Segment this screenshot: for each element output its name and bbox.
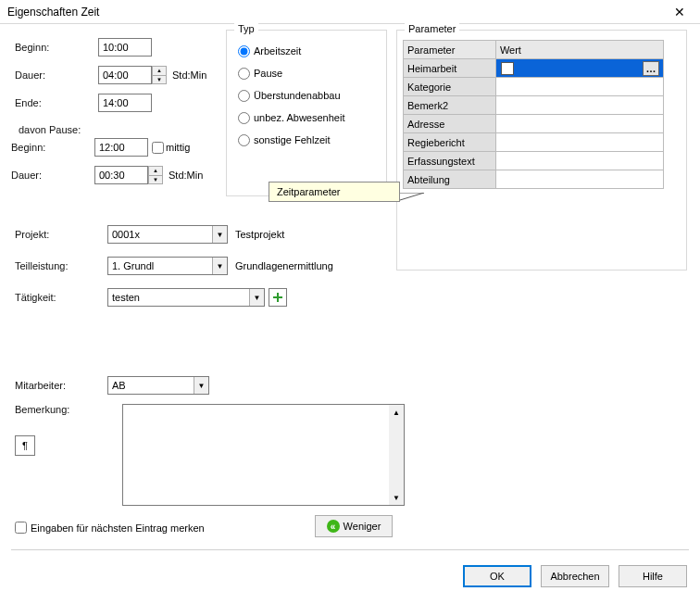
mitarbeiter-label: Mitarbeiter: — [15, 380, 107, 391]
remember-checkbox[interactable]: Eingaben für nächsten Eintrag merken — [15, 522, 205, 534]
typ-legend: Typ — [234, 23, 258, 34]
dauer-unit: Std:Min — [172, 69, 206, 81]
teilleistung-label: Teilleistung: — [15, 260, 107, 271]
hilfe-button[interactable]: Hilfe — [619, 565, 687, 587]
table-row[interactable]: Kategorie — [404, 78, 664, 96]
ende-input[interactable]: 14:00 — [98, 94, 152, 112]
pause-dauer-input[interactable]: 00:30 — [94, 166, 148, 184]
parameter-group: Parameter ParameterWert Heimarbeit … Kat… — [396, 30, 687, 271]
collapse-icon: « — [327, 520, 340, 533]
chevron-down-icon[interactable]: ▼ — [249, 289, 264, 306]
table-row[interactable]: Erfassungstext — [404, 152, 664, 170]
titlebar: Eigenschaften Zeit ✕ — [0, 0, 700, 24]
dauer-input[interactable]: 04:00 — [98, 66, 152, 84]
table-row[interactable]: Heimarbeit … — [404, 59, 664, 78]
teilleistung-text: Grundlagenermittlung — [235, 260, 333, 271]
typ-option-pause[interactable]: Pause — [227, 62, 386, 84]
typ-group: Typ Arbeitszeit Pause Überstundenabbau u… — [226, 30, 387, 196]
mitarbeiter-combo[interactable]: AB▼ — [107, 376, 209, 395]
heimarbeit-checkbox[interactable] — [501, 62, 514, 75]
pause-legend: davon Pause: — [19, 124, 81, 135]
table-row[interactable]: Bemerk2 — [404, 96, 664, 115]
pause-dauer-label: Dauer: — [11, 170, 94, 181]
col-parameter[interactable]: Parameter — [404, 41, 496, 59]
projekt-text: Testprojekt — [235, 229, 284, 240]
add-button[interactable] — [269, 288, 287, 307]
heimarbeit-more-button[interactable]: … — [643, 61, 659, 76]
window-title: Eigenschaften Zeit — [7, 6, 99, 19]
tooltip: Zeitparameter — [269, 182, 400, 202]
table-row[interactable]: Regiebericht — [404, 133, 664, 152]
ende-label: Ende: — [15, 97, 98, 108]
abbrechen-button[interactable]: Abbrechen — [541, 565, 609, 587]
close-button[interactable]: ✕ — [659, 0, 700, 24]
pause-dauer-unit: Std:Min — [169, 170, 203, 181]
separator — [11, 549, 689, 550]
beginn-label: Beginn: — [15, 42, 98, 53]
chevron-down-icon[interactable]: ▼ — [212, 258, 227, 274]
col-wert[interactable]: Wert — [495, 41, 663, 59]
projekt-combo[interactable]: 0001x▼ — [107, 225, 228, 244]
beginn-input[interactable]: 10:00 — [98, 38, 152, 57]
projekt-label: Projekt: — [15, 229, 107, 240]
typ-option-sonstige[interactable]: sonstige Fehlzeit — [227, 129, 386, 151]
projekt-block: Projekt: 0001x▼ Testprojekt Teilleistung… — [15, 224, 394, 319]
plus-icon — [272, 292, 283, 303]
typ-option-ueberstunden[interactable]: Überstundenabbau — [227, 84, 386, 107]
table-row[interactable]: Adresse — [404, 115, 664, 133]
weniger-button[interactable]: « Weniger — [315, 515, 393, 537]
dauer-spinner[interactable]: ▲▼ — [152, 66, 167, 84]
mittig-checkbox[interactable]: mittig — [152, 142, 190, 154]
taetigkeit-label: Tätigkeit: — [15, 292, 107, 303]
scrollbar[interactable]: ▲▼ — [389, 405, 404, 505]
parameter-table: ParameterWert Heimarbeit … Kategorie Bem… — [403, 40, 664, 189]
pause-beginn-input[interactable]: 12:00 — [94, 138, 148, 157]
mitarbeiter-row: Mitarbeiter: AB▼ — [15, 376, 209, 395]
parameter-legend: Parameter — [405, 23, 459, 34]
ok-button[interactable]: OK — [463, 565, 531, 587]
teilleistung-combo[interactable]: 1. Grundl▼ — [107, 257, 228, 275]
chevron-down-icon[interactable]: ▼ — [194, 377, 208, 394]
pause-beginn-label: Beginn: — [11, 142, 94, 153]
footer-buttons: OK Abbrechen Hilfe — [463, 565, 687, 587]
pause-dauer-spinner[interactable]: ▲▼ — [148, 166, 163, 184]
time-group: Beginn: 10:00 Dauer: 04:00 ▲▼ Std:Min En… — [15, 37, 209, 120]
taetigkeit-combo[interactable]: testen▼ — [107, 288, 265, 307]
bemerkung-label: Bemerkung: — [15, 404, 107, 415]
bemerkung-textarea[interactable]: ▲▼ — [122, 404, 405, 506]
chevron-down-icon[interactable]: ▼ — [212, 226, 227, 243]
pilcrow-button[interactable]: ¶ — [15, 435, 35, 456]
typ-option-arbeitszeit[interactable]: Arbeitszeit — [227, 40, 386, 62]
pause-group: davon Pause: Beginn: 12:00 mittig Dauer:… — [11, 126, 215, 193]
typ-option-unbez[interactable]: unbez. Abwesenheit — [227, 107, 386, 129]
table-row[interactable]: Abteilung — [404, 170, 664, 189]
bemerkung-row: Bemerkung: ¶ ▲▼ — [15, 404, 394, 456]
dauer-label: Dauer: — [15, 69, 98, 81]
svg-rect-3 — [273, 296, 282, 298]
